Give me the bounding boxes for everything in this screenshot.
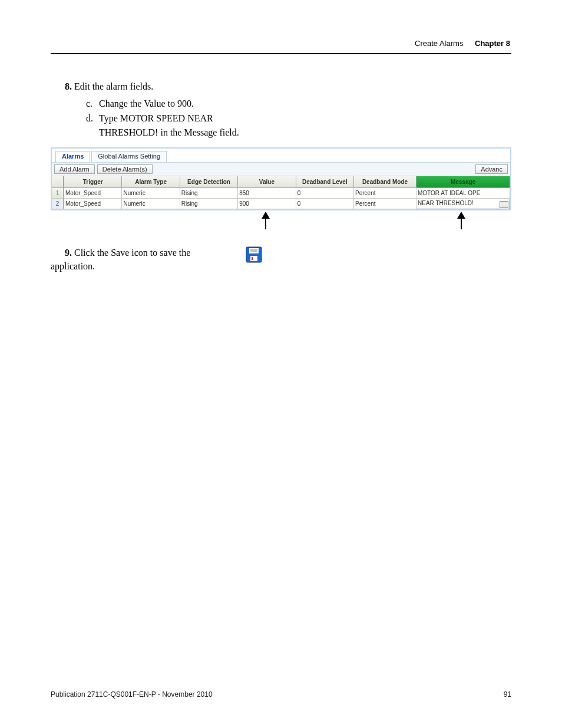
cell-alarm-type[interactable]: Numeric: [122, 188, 180, 199]
step-8-substeps: c. Change the Value to 900. d. Type MOTO…: [86, 97, 511, 139]
col-edge-detection[interactable]: Edge Detection: [180, 176, 237, 188]
cell-trigger[interactable]: Motor_Speed: [64, 199, 122, 209]
alarm-toolbar: Add Alarm Delete Alarm(s) Advanc: [52, 163, 510, 176]
table-header-row: Trigger Alarm Type Edge Detection Value …: [64, 176, 510, 188]
row-header-corner: [52, 176, 64, 188]
col-value[interactable]: Value: [238, 176, 296, 188]
table-row[interactable]: Motor_Speed Numeric Rising 850 0 Percent…: [64, 188, 510, 199]
page-header: Create Alarms Chapter 8: [415, 39, 510, 48]
substep-c-text: Change the Value to 900.: [99, 97, 252, 110]
cell-value[interactable]: 900: [238, 199, 296, 209]
col-deadband-mode[interactable]: Deadband Mode: [354, 176, 416, 188]
alarms-panel: Alarms Global Alarms Setting Add Alarm D…: [51, 147, 511, 211]
tab-alarms[interactable]: Alarms: [55, 151, 90, 162]
step-9: 9. Click the Save icon to save the appli…: [51, 246, 233, 273]
add-alarm-button[interactable]: Add Alarm: [54, 164, 95, 174]
arrow-stem: [265, 218, 266, 229]
publication-id: Publication 2711C-QS001F-EN-P - November…: [51, 690, 213, 699]
row-header-1[interactable]: 1: [52, 188, 64, 199]
cell-db-mode[interactable]: Percent: [354, 199, 416, 209]
col-deadband-level[interactable]: Deadband Level: [296, 176, 353, 188]
step-9-number: 9.: [51, 246, 72, 259]
cell-db-mode[interactable]: Percent: [354, 188, 416, 199]
substep-c: c. Change the Value to 900.: [86, 97, 511, 110]
cell-alarm-type[interactable]: Numeric: [122, 199, 180, 209]
row-header-column: 1 2: [52, 176, 64, 210]
cell-message-text: NEAR THRESHOLD!: [418, 200, 474, 206]
step-9-row: 9. Click the Save icon to save the appli…: [51, 246, 511, 273]
substep-d-letter: d.: [86, 111, 97, 125]
alarm-table: Trigger Alarm Type Edge Detection Value …: [64, 176, 510, 210]
table-row[interactable]: Motor_Speed Numeric Rising 900 0 Percent…: [64, 199, 510, 209]
page-footer: Publication 2711C-QS001F-EN-P - November…: [51, 690, 511, 699]
cell-value[interactable]: 850: [238, 188, 296, 199]
col-alarm-type[interactable]: Alarm Type: [122, 176, 180, 188]
col-trigger[interactable]: Trigger: [64, 176, 122, 188]
substep-c-letter: c.: [86, 97, 97, 110]
arrow-stem: [461, 218, 462, 229]
cell-edge[interactable]: Rising: [180, 188, 237, 199]
advanced-button[interactable]: Advanc: [475, 164, 508, 174]
step-8-number: 8.: [51, 80, 72, 93]
col-message[interactable]: Message: [416, 176, 510, 188]
chapter-label: Chapter 8: [475, 39, 510, 48]
substep-d-text: Type MOTOR SPEED NEAR THRESHOLD! in the …: [99, 111, 252, 139]
header-rule: [51, 53, 511, 54]
alarm-tabs: Alarms Global Alarms Setting: [52, 149, 510, 163]
svg-rect-6: [252, 257, 253, 260]
substep-d: d. Type MOTOR SPEED NEAR THRESHOLD! in t…: [86, 111, 511, 139]
cell-message-active[interactable]: NEAR THRESHOLD! …: [416, 199, 510, 209]
step-8: 8. Edit the alarm fields.: [51, 80, 511, 93]
cell-trigger[interactable]: Motor_Speed: [64, 188, 122, 199]
callout-arrows: [51, 210, 511, 230]
cell-db-level[interactable]: 0: [296, 188, 353, 199]
breadcrumb: Create Alarms: [415, 39, 463, 48]
delete-alarm-button[interactable]: Delete Alarm(s): [97, 164, 153, 174]
svg-rect-5: [250, 256, 257, 261]
step-9-text: Click the Save icon to save the applicat…: [51, 248, 190, 271]
cell-edge[interactable]: Rising: [180, 199, 237, 209]
alarm-grid: 1 2 Trigger: [52, 176, 510, 210]
cell-message[interactable]: MOTOR AT IDEAL OPE: [416, 188, 510, 199]
page-number: 91: [504, 690, 511, 699]
row-header-2[interactable]: 2: [52, 199, 64, 209]
tab-global-settings[interactable]: Global Alarms Setting: [91, 151, 167, 162]
step-8-text: Edit the alarm fields.: [74, 81, 153, 91]
ellipsis-button-icon[interactable]: …: [500, 201, 508, 208]
save-icon: [245, 246, 263, 263]
cell-db-level[interactable]: 0: [296, 199, 353, 209]
